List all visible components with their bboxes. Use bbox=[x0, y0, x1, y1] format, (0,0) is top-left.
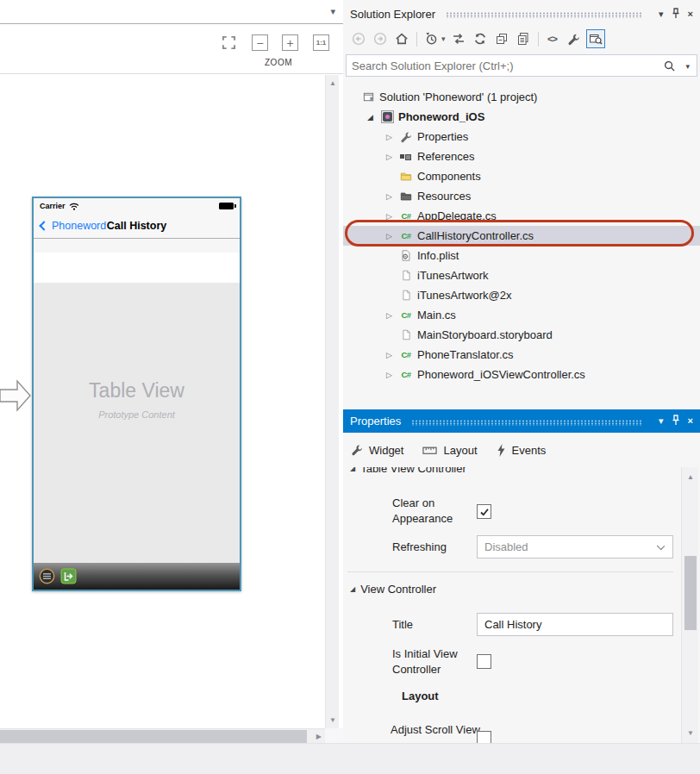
folder-yellow-icon bbox=[399, 170, 413, 184]
folder-dark-icon bbox=[399, 190, 413, 203]
expander-icon[interactable]: ▷ bbox=[386, 212, 399, 221]
exit-segue-icon[interactable] bbox=[60, 568, 77, 584]
view-controller-frame[interactable]: Carrier Call History Phoneword Table Vie… bbox=[32, 197, 241, 591]
clear-on-appearance-checkbox[interactable] bbox=[477, 504, 491, 519]
zoom-in-icon[interactable]: + bbox=[282, 34, 298, 51]
expander-icon[interactable]: ▷ bbox=[386, 192, 399, 201]
is-initial-view-controller-label: Is Initial View Controller bbox=[392, 646, 489, 677]
preview-selected-items-icon[interactable] bbox=[586, 29, 605, 48]
file-icon bbox=[399, 269, 413, 283]
view-code-icon[interactable]: <> bbox=[543, 29, 562, 48]
properties-content: ◢ Table View Controller Clear on Appeara… bbox=[343, 467, 683, 743]
collapse-triangle-icon: ◢ bbox=[350, 585, 355, 593]
carrier-label: Carrier bbox=[40, 202, 66, 210]
tree-item[interactable]: MainStoryboard.storyboard bbox=[343, 325, 700, 345]
scroll-down-icon[interactable]: ▼ bbox=[329, 716, 336, 724]
expander-icon[interactable]: ▷ bbox=[386, 351, 399, 359]
tree-item[interactable]: Components bbox=[343, 166, 700, 186]
panel-title: Properties bbox=[350, 415, 401, 428]
window-position-icon[interactable]: ▾ bbox=[659, 415, 664, 427]
scroll-up-icon[interactable]: ▲ bbox=[329, 79, 336, 87]
pin-icon[interactable] bbox=[672, 415, 680, 428]
drag-texture bbox=[411, 420, 642, 426]
nav-forward-icon[interactable] bbox=[371, 29, 390, 48]
csharp-icon: C# bbox=[399, 368, 413, 382]
tree-item[interactable]: ▷Properties bbox=[343, 127, 700, 147]
scroll-right-icon[interactable]: ▶ bbox=[316, 733, 322, 740]
check-icon bbox=[479, 507, 490, 517]
tree-item[interactable]: Solution 'Phoneword' (1 project) bbox=[343, 87, 700, 107]
title-input[interactable] bbox=[477, 613, 673, 636]
home-icon[interactable] bbox=[392, 29, 411, 48]
tab-layout[interactable]: Layout bbox=[422, 444, 477, 457]
csharp-icon: C# bbox=[399, 309, 413, 322]
pending-changes-icon[interactable] bbox=[422, 29, 441, 48]
expander-icon[interactable]: ◢ bbox=[367, 113, 380, 122]
search-input[interactable] bbox=[347, 55, 697, 76]
tree-item[interactable]: ▷References bbox=[343, 147, 700, 166]
scroll-up-icon[interactable]: ▲ bbox=[687, 473, 694, 481]
search-icon[interactable] bbox=[663, 59, 676, 72]
search-options-icon[interactable]: ▾ bbox=[685, 62, 690, 71]
chevron-down-icon[interactable]: ▾ bbox=[330, 6, 335, 17]
pin-icon[interactable] bbox=[672, 8, 680, 21]
solution-icon bbox=[361, 91, 375, 104]
table-view-controller-icon[interactable] bbox=[39, 568, 55, 584]
refresh-icon[interactable] bbox=[471, 29, 490, 48]
zoom-out-icon[interactable]: − bbox=[252, 34, 268, 51]
solution-explorer-title-bar[interactable]: Solution Explorer ▾ × bbox=[343, 2, 700, 26]
tree-item-label: PhoneTranslator.cs bbox=[417, 348, 514, 361]
collapse-all-icon[interactable] bbox=[492, 29, 511, 48]
section-table-view-controller[interactable]: ◢ Table View Controller bbox=[350, 467, 466, 475]
nav-back-icon[interactable] bbox=[349, 29, 368, 48]
section-view-controller[interactable]: ◢ View Controller bbox=[350, 583, 436, 596]
tree-item[interactable]: iTunesArtwork@2x bbox=[343, 285, 700, 305]
table-prototype-row[interactable] bbox=[34, 253, 240, 283]
battery-icon bbox=[219, 203, 234, 209]
tree-item[interactable]: ▷C#PhoneTranslator.cs bbox=[343, 345, 700, 365]
tree-item-label: iTunesArtwork@2x bbox=[417, 289, 512, 302]
adjust-scroll-view-checkbox[interactable] bbox=[477, 731, 491, 743]
storyboard-canvas[interactable]: Carrier Call History Phoneword Table Vie… bbox=[0, 75, 325, 728]
tab-events[interactable]: Events bbox=[497, 444, 547, 457]
back-button[interactable]: Phoneword bbox=[41, 220, 106, 232]
close-icon[interactable]: × bbox=[688, 416, 693, 426]
table-view-placeholder-title: Table View bbox=[34, 283, 240, 403]
expander-icon[interactable]: ▷ bbox=[386, 153, 399, 161]
tree-item-label: Phoneword_iOSViewController.cs bbox=[417, 368, 585, 381]
table-view-area[interactable]: Table View Prototype Content bbox=[34, 283, 240, 563]
properties-wrench-icon[interactable] bbox=[565, 29, 584, 48]
scrollbar-thumb[interactable] bbox=[0, 730, 307, 743]
sync-with-active-document-icon[interactable] bbox=[449, 29, 468, 48]
properties-title-bar[interactable]: Properties ▾ × bbox=[343, 409, 700, 433]
chevron-down-icon[interactable]: ▾ bbox=[441, 34, 446, 43]
references-icon bbox=[399, 150, 413, 164]
designer-horizontal-scrollbar[interactable]: ▶ bbox=[0, 728, 325, 743]
is-initial-view-controller-checkbox[interactable] bbox=[477, 654, 491, 669]
scroll-down-icon[interactable]: ▼ bbox=[687, 729, 694, 737]
expander-icon[interactable]: ▷ bbox=[386, 133, 399, 141]
actual-size-icon[interactable]: 1:1 bbox=[313, 34, 329, 51]
wrench-icon bbox=[399, 130, 413, 144]
tree-item[interactable]: ▷Resources bbox=[343, 186, 700, 206]
fit-to-window-icon[interactable] bbox=[221, 34, 237, 51]
tree-item[interactable]: Info.plist bbox=[343, 246, 700, 265]
properties-scrollbar[interactable]: ▲ ▼ bbox=[681, 467, 698, 743]
show-all-files-icon[interactable] bbox=[514, 29, 533, 48]
tree-item[interactable]: ◢Phoneword_iOS bbox=[343, 107, 700, 127]
lightning-icon bbox=[497, 444, 506, 457]
scrollbar-thumb[interactable] bbox=[684, 556, 697, 630]
expander-icon[interactable]: ▷ bbox=[386, 311, 399, 320]
tab-widget[interactable]: Widget bbox=[351, 444, 403, 457]
designer-vertical-scrollbar[interactable]: ▲ ▼ bbox=[325, 75, 339, 728]
close-icon[interactable]: × bbox=[688, 9, 693, 19]
tree-item[interactable]: iTunesArtwork bbox=[343, 265, 700, 285]
tool-window-pane: Solution Explorer ▾ × ▾<> ▾ Solution 'Ph… bbox=[343, 0, 700, 743]
refreshing-select[interactable]: Disabled bbox=[477, 535, 673, 559]
tree-item[interactable]: ▷C#Main.cs bbox=[343, 305, 700, 325]
window-position-icon[interactable]: ▾ bbox=[659, 9, 664, 20]
tree-item[interactable]: ▷C#Phoneword_iOSViewController.cs bbox=[343, 365, 700, 384]
expander-icon[interactable]: ▷ bbox=[386, 371, 399, 379]
tree-item-label: Phoneword_iOS bbox=[398, 110, 484, 123]
phone-status-bar: Carrier bbox=[34, 198, 240, 214]
